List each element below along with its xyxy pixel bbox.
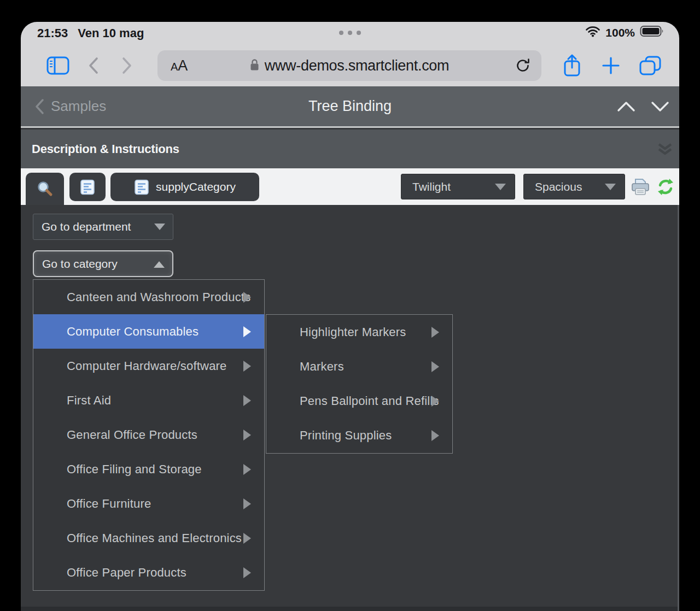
new-tab-button[interactable] bbox=[599, 45, 623, 86]
submenu-arrow-icon bbox=[243, 567, 251, 578]
submenu-arrow-icon bbox=[243, 498, 251, 509]
refresh-button[interactable] bbox=[656, 178, 675, 198]
menu-item-label: Canteen and Washroom Products bbox=[67, 290, 250, 304]
menu-item-label: Printing Supplies bbox=[300, 428, 392, 443]
category-menu-item[interactable]: Office Paper Products bbox=[33, 556, 264, 590]
print-button[interactable] bbox=[630, 178, 651, 198]
submenu-arrow-icon bbox=[243, 533, 251, 544]
menu-item-label: Computer Hardware/software bbox=[67, 359, 227, 373]
chevron-left-icon bbox=[88, 57, 98, 74]
submenu-arrow-icon bbox=[431, 396, 439, 407]
density-dropdown[interactable]: Spacious bbox=[523, 174, 625, 199]
menu-item-label: Office Filing and Storage bbox=[67, 462, 202, 477]
submenu-arrow-icon bbox=[243, 326, 251, 337]
chevron-up-icon bbox=[154, 261, 165, 268]
category-menu-item[interactable]: Computer Consumables bbox=[33, 314, 264, 349]
tab-source[interactable] bbox=[69, 173, 106, 201]
submenu-arrow-icon bbox=[431, 361, 439, 372]
bottom-edge bbox=[21, 607, 678, 611]
menu-item-label: Office Machines and Electronics bbox=[67, 531, 242, 545]
tab-supply-category[interactable]: supplyCategory bbox=[110, 173, 259, 201]
menu-item-label: General Office Products bbox=[67, 428, 197, 442]
description-title: Description & Instructions bbox=[32, 130, 179, 168]
category-submenu: Highlighter MarkersMarkersPens Ballpoint… bbox=[266, 314, 453, 454]
date: Ven 10 mag bbox=[78, 26, 144, 40]
reload-icon bbox=[515, 58, 530, 73]
address-bar[interactable]: AA www-demos.smartclient.com bbox=[158, 50, 541, 81]
chevron-down-icon bbox=[154, 224, 165, 230]
document-icon bbox=[134, 179, 149, 196]
share-icon bbox=[562, 53, 582, 78]
previous-sample-button[interactable] bbox=[617, 101, 635, 114]
refresh-icon bbox=[656, 178, 675, 196]
category-menu: Canteen and Washroom ProductsComputer Co… bbox=[33, 279, 265, 591]
menu-item-label: Markers bbox=[300, 360, 344, 374]
category-menu-item[interactable]: Office Filing and Storage bbox=[33, 453, 264, 487]
button-label: Go to department bbox=[42, 214, 131, 239]
sidebar-toggle-button[interactable] bbox=[43, 45, 73, 86]
url-text: www-demos.smartclient.com bbox=[265, 57, 450, 74]
plus-icon bbox=[601, 56, 621, 75]
submenu-arrow-icon bbox=[243, 361, 251, 372]
density-dropdown-value: Spacious bbox=[535, 174, 582, 199]
multitasking-dots-icon bbox=[339, 31, 361, 35]
battery-percent: 100% bbox=[605, 26, 635, 39]
menu-item-label: Highlighter Markers bbox=[300, 325, 406, 339]
share-button[interactable] bbox=[560, 45, 584, 86]
tab-search[interactable] bbox=[26, 173, 64, 205]
ipad-screen: 21:53 Ven 10 mag 100% bbox=[21, 22, 679, 611]
skin-dropdown-value: Twilight bbox=[412, 174, 451, 199]
menu-item-label: Office Furniture bbox=[67, 497, 151, 511]
menu-item-label: First Aid bbox=[67, 393, 111, 408]
menu-item-label: Office Paper Products bbox=[67, 566, 186, 580]
magnifier-icon bbox=[36, 180, 54, 198]
submenu-arrow-icon bbox=[243, 464, 251, 475]
printer-icon bbox=[630, 178, 651, 196]
forward-button[interactable] bbox=[116, 45, 138, 86]
battery-icon bbox=[640, 25, 665, 40]
tabs-icon bbox=[639, 56, 661, 75]
chevron-down-icon bbox=[651, 101, 669, 112]
go-to-category-button[interactable]: Go to category bbox=[33, 250, 173, 277]
skin-dropdown[interactable]: Twilight bbox=[401, 174, 515, 199]
submenu-item[interactable]: Markers bbox=[266, 349, 452, 384]
menu-item-label: Computer Consumables bbox=[67, 325, 199, 339]
page-title: Tree Binding bbox=[21, 86, 679, 126]
sample-toolbar: supplyCategory Twilight Spacious bbox=[21, 168, 679, 205]
submenu-item[interactable]: Pens Ballpoint and Refills bbox=[266, 384, 452, 419]
collapse-chevron-icon[interactable] bbox=[656, 142, 674, 159]
back-button[interactable] bbox=[82, 45, 104, 86]
go-to-department-button[interactable]: Go to department bbox=[33, 214, 173, 240]
browser-toolbar: AA www-demos.smartclient.com bbox=[21, 45, 679, 86]
description-section-header[interactable]: Description & Instructions bbox=[21, 130, 679, 168]
reload-button[interactable] bbox=[515, 58, 530, 75]
category-menu-item[interactable]: First Aid bbox=[33, 383, 264, 418]
chevron-down-icon bbox=[605, 184, 616, 190]
menu-item-label: Pens Ballpoint and Refills bbox=[300, 394, 439, 408]
status-bar: 21:53 Ven 10 mag 100% bbox=[21, 22, 679, 45]
clock: 21:53 bbox=[37, 26, 68, 40]
tab-label: supplyCategory bbox=[156, 180, 236, 193]
sidebar-icon bbox=[46, 56, 69, 75]
chevron-up-icon bbox=[617, 101, 635, 112]
submenu-arrow-icon bbox=[431, 327, 439, 338]
submenu-arrow-icon bbox=[243, 292, 251, 303]
next-sample-button[interactable] bbox=[651, 101, 669, 114]
sample-content: Go to department Go to category Canteen … bbox=[21, 205, 679, 611]
submenu-item[interactable]: Highlighter Markers bbox=[266, 315, 452, 349]
tabs-overview-button[interactable] bbox=[638, 45, 663, 86]
sample-page-header: Samples Tree Binding bbox=[21, 86, 679, 128]
category-menu-item[interactable]: Office Machines and Electronics bbox=[33, 521, 264, 556]
safari-chrome: 21:53 Ven 10 mag 100% bbox=[21, 22, 679, 86]
chevron-right-icon bbox=[122, 57, 132, 74]
submenu-arrow-icon bbox=[243, 395, 251, 406]
document-icon bbox=[80, 179, 95, 196]
wifi-icon bbox=[585, 26, 600, 40]
category-menu-item[interactable]: Office Furniture bbox=[33, 487, 264, 521]
category-menu-item[interactable]: Canteen and Washroom Products bbox=[33, 280, 264, 314]
button-label: Go to category bbox=[42, 251, 118, 276]
category-menu-item[interactable]: General Office Products bbox=[33, 418, 264, 452]
category-menu-item[interactable]: Computer Hardware/software bbox=[33, 349, 264, 383]
submenu-arrow-icon bbox=[243, 430, 251, 440]
submenu-item[interactable]: Printing Supplies bbox=[266, 419, 452, 453]
